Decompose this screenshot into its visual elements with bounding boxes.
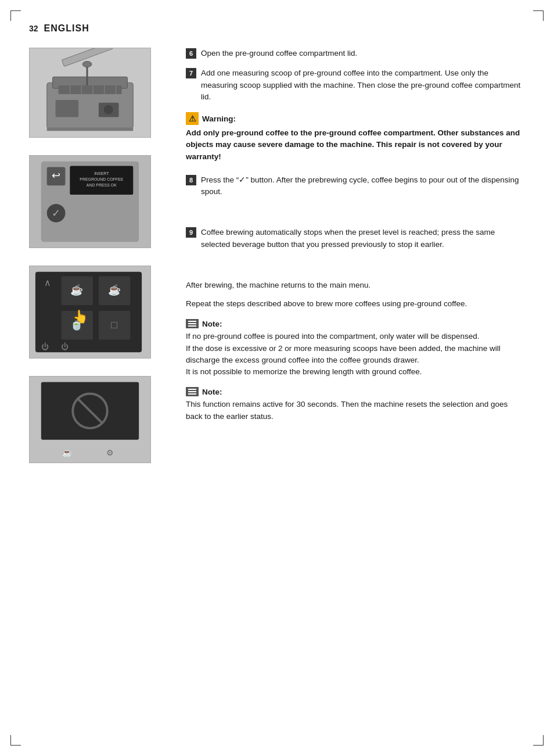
left-column: ↩ INSERT PREGROUND COFFEE AND PRESS OK ✓ <box>29 48 168 481</box>
warning-box: ⚠ Warning: Add only pre-ground coffee to… <box>186 112 525 163</box>
after-brewing-text: After brewing, the machine returns to th… <box>186 280 525 291</box>
svg-text:☕: ☕ <box>70 284 84 296</box>
beverage-buttons-svg: ∧ ☕ ☕ 🍵 □ 👆 ⏻ ⏻ <box>30 266 150 359</box>
svg-rect-4 <box>59 85 122 94</box>
step-8: 8 Press the “✓” button. After the prebre… <box>186 174 525 198</box>
display-panel-svg: ↩ INSERT PREGROUND COFFEE AND PRESS OK ✓ <box>30 155 150 248</box>
page-number: 32 <box>29 24 38 33</box>
corner-mark-br <box>533 735 544 746</box>
svg-text:👆: 👆 <box>73 309 89 324</box>
step-8-text: Press the “✓” button. After the prebrewi… <box>201 174 525 198</box>
content-area: ↩ INSERT PREGROUND COFFEE AND PRESS OK ✓ <box>29 48 525 481</box>
repeat-text: Repeat the steps described above to brew… <box>186 298 525 310</box>
note-icon-1 <box>186 319 199 328</box>
note-box-2: Note: This function remains active for 3… <box>186 387 525 422</box>
note-line <box>188 393 196 395</box>
svg-text:⏻: ⏻ <box>41 342 49 351</box>
step-6-text: Open the pre-ground coffee compartment l… <box>201 48 357 59</box>
svg-rect-15 <box>47 127 134 131</box>
svg-text:AND PRESS OK: AND PRESS OK <box>87 183 117 187</box>
svg-text:☕: ☕ <box>62 448 73 458</box>
note-line <box>188 323 196 324</box>
image-beverage-buttons: ∧ ☕ ☕ 🍵 □ 👆 ⏻ ⏻ <box>29 266 151 359</box>
note-1-text: If no pre-ground coffee is poured into t… <box>186 331 525 378</box>
step-9-num: 9 <box>186 227 196 238</box>
svg-text:⏻: ⏻ <box>61 342 69 351</box>
note-1-header: Note: <box>186 319 525 328</box>
note-icon-2 <box>186 387 199 396</box>
step-8-press: Press the “ <box>201 175 239 184</box>
page-header: 32 ENGLISH <box>29 23 525 34</box>
step-6: 6 Open the pre-ground coffee compartment… <box>186 48 525 59</box>
warning-icon: ⚠ <box>186 112 199 125</box>
page-container: 32 ENGLISH <box>0 0 554 504</box>
step-8-section: 8 Press the “✓” button. After the prebre… <box>186 174 525 198</box>
after-brewing-section: After brewing, the machine returns to th… <box>186 280 525 422</box>
svg-text:INSERT: INSERT <box>94 171 109 175</box>
note-icon-lines-1 <box>188 321 196 327</box>
corner-mark-bl <box>10 735 21 746</box>
note-2-label: Note: <box>202 388 222 396</box>
main-menu-svg: ☕ ⚙ <box>30 376 150 463</box>
step-9-text: Coffee brewing automatically stops when … <box>201 227 525 250</box>
note-1-label: Note: <box>202 320 222 328</box>
machine-lid-svg <box>30 48 150 138</box>
svg-point-14 <box>104 105 113 114</box>
step-6-num: 6 <box>186 48 196 59</box>
svg-text:PREGROUND COFFEE: PREGROUND COFFEE <box>80 177 123 181</box>
image-display-panel: ↩ INSERT PREGROUND COFFEE AND PRESS OK ✓ <box>29 155 151 248</box>
warning-text: Add only pre-ground coffee to the pre-gr… <box>186 127 525 163</box>
step-8-num: 8 <box>186 175 196 185</box>
step-8-rest: ” button. After the prebrewing cycle, co… <box>201 175 519 196</box>
svg-rect-12 <box>56 100 79 117</box>
svg-text:☕: ☕ <box>108 284 121 296</box>
note-2-text: This function remains active for 30 seco… <box>186 399 525 422</box>
svg-text:∧: ∧ <box>44 278 51 288</box>
note-line <box>188 391 196 392</box>
steps-6-7-section: 6 Open the pre-ground coffee compartment… <box>186 48 525 163</box>
note-line <box>188 389 196 390</box>
step-7: 7 Add one measuring scoop of pre-ground … <box>186 67 525 103</box>
note-line <box>188 325 196 327</box>
note-box-1: Note: If no pre-ground coffee is poured … <box>186 319 525 378</box>
step-9: 9 Coffee brewing automatically stops whe… <box>186 227 525 250</box>
svg-text:□: □ <box>111 319 117 331</box>
step-7-text: Add one measuring scoop of pre-ground co… <box>201 67 525 103</box>
image-machine-lid <box>29 48 151 138</box>
note-line <box>188 321 196 322</box>
warning-label: Warning: <box>202 114 236 123</box>
svg-text:⚙: ⚙ <box>106 448 114 457</box>
svg-point-11 <box>82 62 92 67</box>
right-column: 6 Open the pre-ground coffee compartment… <box>168 48 525 481</box>
svg-text:✓: ✓ <box>52 207 60 219</box>
step-9-section: 9 Coffee brewing automatically stops whe… <box>186 227 525 250</box>
svg-text:↩: ↩ <box>52 170 60 181</box>
step-8-check: ✓ <box>239 175 246 184</box>
warning-header: ⚠ Warning: <box>186 112 525 125</box>
note-2-header: Note: <box>186 387 525 396</box>
note-icon-lines-2 <box>188 389 196 395</box>
step-7-num: 7 <box>186 68 196 78</box>
image-main-menu: ☕ ⚙ <box>29 376 151 463</box>
page-title: ENGLISH <box>44 23 89 34</box>
